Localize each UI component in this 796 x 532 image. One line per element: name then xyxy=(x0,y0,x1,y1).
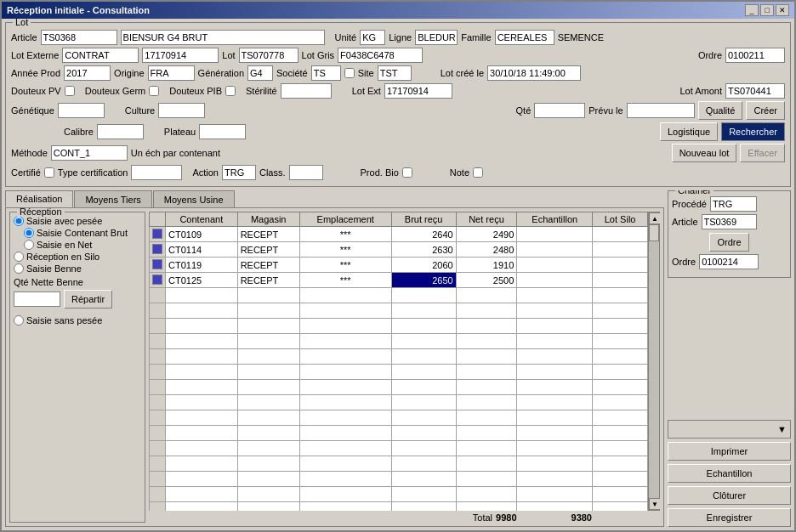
origine-field[interactable] xyxy=(148,65,195,81)
rechercher-button[interactable]: Rechercher xyxy=(721,122,785,141)
table-cell[interactable]: RECEPT xyxy=(237,273,299,288)
table-cell[interactable] xyxy=(593,242,648,258)
prod-bio-check[interactable] xyxy=(402,167,412,178)
qualite-button[interactable]: Qualité xyxy=(698,101,743,120)
lot-gris-field[interactable] xyxy=(338,48,423,63)
table-row[interactable]: CT0114RECEPT***26302480 xyxy=(150,242,648,258)
tab-moyens-tiers[interactable]: Moyens Tiers xyxy=(74,190,151,207)
certifie-check[interactable] xyxy=(44,167,54,178)
effacer-button[interactable]: Effacer xyxy=(740,144,785,162)
culture-field[interactable] xyxy=(158,103,205,118)
table-cell[interactable] xyxy=(593,273,648,288)
qte-field[interactable] xyxy=(534,103,585,118)
radio-benne-input[interactable] xyxy=(14,263,24,274)
table-row[interactable]: CT0109RECEPT***26402490 xyxy=(150,227,648,242)
generation-field[interactable] xyxy=(247,65,273,81)
imprimer-button[interactable]: Imprimer xyxy=(668,442,791,461)
chainer-article-field[interactable] xyxy=(702,214,757,229)
type-cert-field[interactable] xyxy=(131,165,182,180)
ligne-field[interactable] xyxy=(415,30,458,45)
lot-cree-le-field[interactable] xyxy=(487,65,581,81)
table-scrollbar[interactable]: ▲ ▼ xyxy=(648,212,660,511)
table-cell[interactable]: *** xyxy=(299,258,391,273)
close-button[interactable]: ✕ xyxy=(776,4,789,16)
table-cell[interactable]: 2650 xyxy=(391,273,456,288)
table-cell[interactable]: CT0119 xyxy=(166,258,238,273)
creer-button[interactable]: Créer xyxy=(746,101,785,120)
logistique-button[interactable]: Logistique xyxy=(660,122,718,141)
douteux-pv-check[interactable] xyxy=(65,86,75,96)
article-field[interactable] xyxy=(41,30,117,45)
class-field[interactable] xyxy=(289,165,323,180)
douteux-pib-check[interactable] xyxy=(225,86,236,96)
table-cell[interactable]: 2500 xyxy=(456,273,517,288)
table-cell[interactable]: CT0125 xyxy=(166,273,238,288)
annee-prod-field[interactable] xyxy=(64,65,111,81)
table-cell[interactable]: *** xyxy=(299,227,391,242)
table-cell[interactable] xyxy=(517,258,593,273)
table-cell[interactable]: 2630 xyxy=(391,242,456,258)
table-cell[interactable]: 2640 xyxy=(391,227,456,242)
article-desc-field[interactable] xyxy=(121,30,325,45)
table-cell[interactable]: RECEPT xyxy=(237,242,299,258)
prevu-le-field[interactable] xyxy=(627,103,695,118)
table-cell[interactable] xyxy=(593,227,648,242)
tab-realisation[interactable]: Réalisation xyxy=(5,190,73,207)
action-field[interactable] xyxy=(222,165,256,180)
lot-externe2-field[interactable] xyxy=(142,48,219,63)
dropdown-button[interactable]: ▼ xyxy=(668,420,791,439)
table-cell[interactable] xyxy=(517,227,593,242)
radio-sans-pesee-input[interactable] xyxy=(14,315,24,325)
table-cell[interactable]: 2060 xyxy=(391,258,456,273)
table-cell[interactable]: *** xyxy=(299,242,391,258)
table-cell[interactable] xyxy=(517,273,593,288)
lot-amont-field[interactable] xyxy=(725,83,785,99)
societe-field[interactable] xyxy=(311,65,341,81)
maximize-button[interactable]: □ xyxy=(760,4,774,16)
table-row[interactable]: CT0119RECEPT***20601910 xyxy=(150,258,648,273)
table-cell[interactable] xyxy=(517,242,593,258)
tab-moyens-usine[interactable]: Moyens Usine xyxy=(153,190,235,207)
lot-ext-field[interactable] xyxy=(384,83,452,99)
genetique-field[interactable] xyxy=(58,103,105,118)
nouveau-lot-button[interactable]: Nouveau lot xyxy=(672,144,737,162)
table-cell[interactable]: 2490 xyxy=(456,227,517,242)
radio-silo-input[interactable] xyxy=(14,252,24,262)
table-cell[interactable]: *** xyxy=(299,273,391,288)
chainer-ordre-button[interactable]: Ordre xyxy=(709,233,748,252)
plateau-field[interactable] xyxy=(199,124,246,139)
lot-field[interactable] xyxy=(239,48,298,63)
table-cell[interactable]: CT0109 xyxy=(166,227,238,242)
table-cell[interactable] xyxy=(593,258,648,273)
enregistrer-button[interactable]: Enregistrer xyxy=(668,508,791,527)
table-cell[interactable]: 2480 xyxy=(456,242,517,258)
famille-field[interactable] xyxy=(495,30,554,45)
ordre-field[interactable] xyxy=(725,48,785,63)
chainer-ordre-field[interactable] xyxy=(699,254,759,269)
lot-externe-field[interactable] xyxy=(62,48,139,63)
table-cell[interactable]: CT0114 xyxy=(166,242,238,258)
table-cell[interactable]: 1910 xyxy=(456,258,517,273)
minimize-button[interactable]: _ xyxy=(745,4,759,16)
unite-field[interactable] xyxy=(360,30,385,45)
methode-field[interactable] xyxy=(51,145,128,161)
scroll-thumb[interactable] xyxy=(649,224,659,241)
echantillon-button[interactable]: Echantillon xyxy=(668,464,791,483)
cloturer-button[interactable]: Clôturer xyxy=(668,486,791,505)
checkbox1[interactable] xyxy=(344,68,355,78)
table-cell[interactable]: RECEPT xyxy=(237,227,299,242)
radio-pesee-input[interactable] xyxy=(14,216,24,226)
chainer-procede-field[interactable] xyxy=(710,196,757,212)
douteux-germ-check[interactable] xyxy=(149,86,159,96)
scroll-up-btn[interactable]: ▲ xyxy=(649,212,660,224)
sterilite-field[interactable] xyxy=(281,83,332,99)
note-check[interactable] xyxy=(473,167,483,178)
qte-nette-field[interactable] xyxy=(14,291,60,307)
table-row[interactable]: CT0125RECEPT***26502500 xyxy=(150,273,648,288)
radio-contenant-brut-input[interactable] xyxy=(24,228,34,238)
scroll-down-btn[interactable]: ▼ xyxy=(649,498,660,510)
site-field[interactable] xyxy=(378,65,412,81)
calibre-field[interactable] xyxy=(97,124,144,139)
repartir-button[interactable]: Répartir xyxy=(64,290,112,308)
radio-net-input[interactable] xyxy=(24,240,34,250)
